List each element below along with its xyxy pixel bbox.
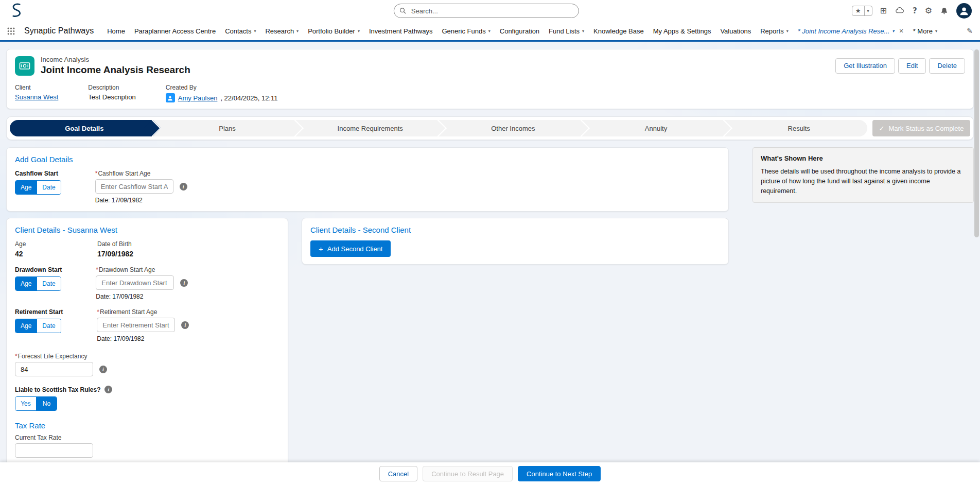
retirement-date-button[interactable]: Date <box>37 319 60 333</box>
tab-label: My Apps & Settings <box>653 27 711 35</box>
drawdown-date-button[interactable]: Date <box>37 277 60 290</box>
tab-research[interactable]: Research▾ <box>265 27 299 35</box>
cashflow-date-note: Date: 17/09/1982 <box>95 197 187 204</box>
tab-generic-funds[interactable]: Generic Funds▾ <box>442 27 490 35</box>
close-tab-icon[interactable]: ✕ <box>899 28 903 34</box>
delete-button[interactable]: Delete <box>929 58 965 74</box>
created-date: , 22/04/2025, 12:11 <box>220 94 277 102</box>
created-by-link[interactable]: Amy Paulsen <box>178 94 218 102</box>
edit-navigation-pencil-icon[interactable]: ✎ <box>967 27 973 35</box>
age-field: Age 42 <box>15 240 97 258</box>
chevron-down-icon[interactable]: ▾ <box>254 29 256 33</box>
drawdown-start-age-label: Drawdown Start Age <box>99 266 155 273</box>
created-by-label: Created By <box>166 84 278 91</box>
scottish-no-button[interactable]: No <box>36 397 57 410</box>
chevron-down-icon[interactable]: ▾ <box>892 29 894 33</box>
drawdown-start-age-field: *Drawdown Start Age i Date: 17/09/1982 <box>96 266 188 300</box>
info-panel-title: What's Shown Here <box>761 154 966 162</box>
continue-to-result-page-button[interactable]: Continue to Result Page <box>423 466 513 481</box>
chevron-down-icon[interactable]: ▾ <box>488 29 491 33</box>
path-step-annuity[interactable]: Annuity <box>582 120 725 136</box>
tab-portfolio-builder[interactable]: Portfolio Builder▾ <box>308 27 360 35</box>
retirement-start-age-input[interactable] <box>97 318 175 332</box>
get-illustration-button[interactable]: Get Illustration <box>835 58 895 74</box>
retirement-start-age-field: *Retirement Start Age i Date: 17/09/1982 <box>97 308 189 342</box>
path-step-income-requirements[interactable]: Income Requirements <box>295 120 439 136</box>
description-value: Test Description <box>88 93 135 101</box>
chevron-down-icon[interactable]: ▾ <box>358 29 360 33</box>
global-search[interactable] <box>394 4 579 18</box>
edit-button[interactable]: Edit <box>898 58 926 74</box>
required-marker: * <box>97 308 99 316</box>
help-icon[interactable]: ? <box>913 7 917 15</box>
favorites-control[interactable]: ★ ▾ <box>852 6 872 16</box>
second-client-heading: Client Details - Second Client <box>310 226 720 234</box>
path-step-results[interactable]: Results <box>724 120 867 136</box>
nav-tabs: Home Paraplanner Access Centre Contacts▾… <box>107 27 960 35</box>
search-input[interactable] <box>410 7 573 15</box>
chevron-down-icon[interactable]: ▾ <box>296 29 299 33</box>
tab-joint-income-analysis-active[interactable]: * Joint Income Analysis Rese... ▾ ✕ <box>798 27 904 35</box>
field-client: Client Susanna West <box>15 84 58 102</box>
chevron-down-icon[interactable]: ▾ <box>786 29 789 33</box>
continue-to-next-step-button[interactable]: Continue to Next Step <box>518 466 601 481</box>
info-icon[interactable]: i <box>180 183 187 190</box>
cashflow-start-age-input[interactable] <box>95 179 173 194</box>
step-label: Other Incomes <box>491 125 535 132</box>
tab-my-apps-settings[interactable]: My Apps & Settings <box>653 27 711 35</box>
user-avatar[interactable] <box>956 3 972 19</box>
chevron-down-icon[interactable]: ▾ <box>582 29 584 33</box>
tab-label: Fund Lists <box>549 27 580 35</box>
main-content: Add Goal Details Cashflow Start Age Date… <box>6 147 974 482</box>
drawdown-start-age-input[interactable] <box>96 275 174 290</box>
client-link[interactable]: Susanna West <box>15 93 58 101</box>
favorites-star-icon[interactable]: ★ <box>852 6 864 15</box>
tab-label: Portfolio Builder <box>308 27 355 35</box>
scottish-yes-button[interactable]: Yes <box>15 397 36 410</box>
tab-knowledge-base[interactable]: Knowledge Base <box>593 27 644 35</box>
tab-configuration[interactable]: Configuration <box>500 27 539 35</box>
favorites-caret-icon[interactable]: ▾ <box>864 6 872 15</box>
app-launcher-icon[interactable] <box>7 27 15 35</box>
info-icon[interactable]: i <box>180 279 188 287</box>
field-created-by: Created By Amy Paulsen , 22/04/2025, 12:… <box>166 84 278 102</box>
vertical-scrollbar[interactable] <box>974 49 979 458</box>
scrollbar-thumb[interactable] <box>974 49 979 237</box>
path-step-other-incomes[interactable]: Other Incomes <box>439 120 582 136</box>
info-icon[interactable]: i <box>99 366 107 373</box>
tab-label: Paraplanner Access Centre <box>134 27 216 35</box>
upload-cloud-icon[interactable] <box>895 6 905 15</box>
tab-label: Investment Pathways <box>369 27 433 35</box>
cashflow-date-button[interactable]: Date <box>37 181 60 194</box>
chevron-down-icon[interactable]: ▾ <box>935 29 937 33</box>
tab-fund-lists[interactable]: Fund Lists▾ <box>549 27 584 35</box>
info-icon[interactable]: i <box>181 321 189 329</box>
cancel-button[interactable]: Cancel <box>379 466 417 481</box>
current-tax-rate-input[interactable] <box>15 443 93 458</box>
drawdown-age-button[interactable]: Age <box>15 277 37 290</box>
tab-home[interactable]: Home <box>107 27 125 35</box>
notifications-bell-icon[interactable] <box>940 7 949 15</box>
tab-contacts[interactable]: Contacts▾ <box>225 27 256 35</box>
life-expectancy-input[interactable] <box>15 362 93 376</box>
global-actions-icon[interactable]: ⊞ <box>880 7 887 15</box>
setup-gear-icon[interactable]: ⚙ <box>925 7 932 15</box>
mark-status-complete-button[interactable]: ✓ Mark Status as Complete <box>872 120 970 136</box>
tab-investment-pathways[interactable]: Investment Pathways <box>369 27 433 35</box>
cashflow-age-button[interactable]: Age <box>15 181 37 194</box>
tab-reports[interactable]: Reports▾ <box>760 27 789 35</box>
required-marker: * <box>15 353 18 360</box>
path-step-goal-details[interactable]: Goal Details <box>10 120 153 136</box>
drawdown-start-label: Drawdown Start <box>15 266 62 273</box>
docked-footer-bar: Cancel Continue to Result Page Continue … <box>0 462 980 485</box>
path-step-plans[interactable]: Plans <box>153 120 296 136</box>
synaptic-logo-icon <box>8 3 25 19</box>
cashflow-start-age-label: Cashflow Start Age <box>98 170 150 177</box>
tab-more[interactable]: * More▾ <box>913 27 937 35</box>
info-icon[interactable]: i <box>104 386 112 393</box>
add-second-client-button[interactable]: + Add Second Client <box>310 240 391 257</box>
retirement-age-button[interactable]: Age <box>15 319 37 333</box>
tab-valuations[interactable]: Valuations <box>720 27 751 35</box>
dob-label: Date of Birth <box>97 240 180 248</box>
tab-paraplanner-access-centre[interactable]: Paraplanner Access Centre <box>134 27 216 35</box>
